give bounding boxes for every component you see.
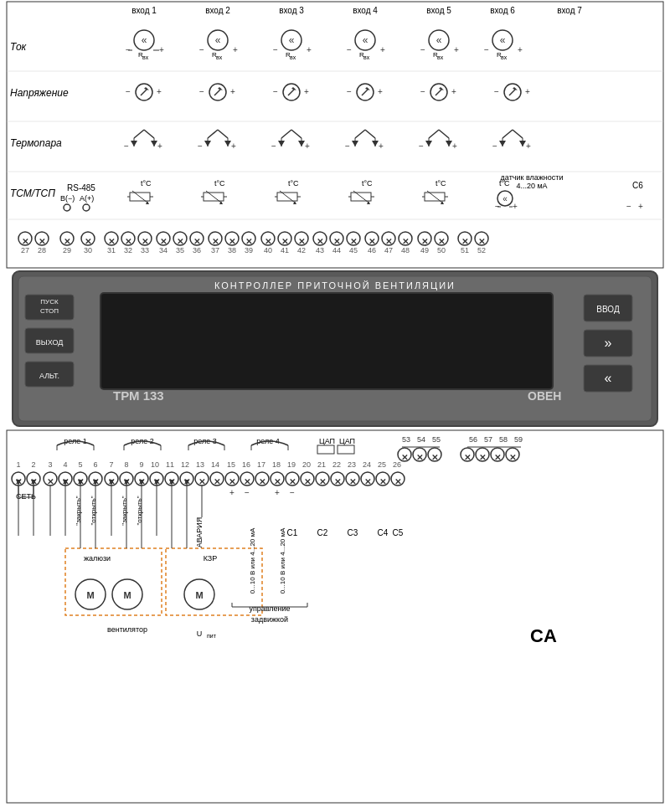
svg-rect-217 xyxy=(7,430,663,803)
svg-text:✕: ✕ xyxy=(183,477,190,486)
svg-marker-330 xyxy=(124,480,129,486)
svg-point-191 xyxy=(278,232,291,245)
svg-point-262 xyxy=(255,472,269,486)
svg-point-246 xyxy=(135,472,148,486)
svg-marker-329 xyxy=(109,480,114,486)
svg-text:М: М xyxy=(195,590,203,600)
svg-point-270 xyxy=(316,472,329,486)
svg-line-114 xyxy=(513,130,523,138)
svg-marker-102 xyxy=(372,141,379,146)
c6-label: C6 xyxy=(632,181,643,190)
svg-point-258 xyxy=(225,472,239,486)
svg-text:✕: ✕ xyxy=(464,453,471,462)
svg-text:М: М xyxy=(86,590,94,600)
relay2-arc xyxy=(124,441,161,445)
svg-text:✕: ✕ xyxy=(319,477,326,486)
svg-rect-227 xyxy=(338,445,354,454)
svg-text:✕: ✕ xyxy=(153,477,160,486)
svg-point-183 xyxy=(209,232,222,245)
svg-point-250 xyxy=(165,472,178,486)
svg-text:пит: пит xyxy=(207,633,217,639)
term-39: 39 xyxy=(245,246,253,254)
svg-text:✕: ✕ xyxy=(431,453,438,462)
svg-line-54 xyxy=(288,89,295,95)
svg-text:✕: ✕ xyxy=(478,237,485,246)
svg-point-256 xyxy=(210,472,224,486)
svg-text:−: − xyxy=(124,141,129,151)
term-37: 37 xyxy=(211,246,219,254)
kzr-motor xyxy=(184,579,214,609)
start-stop-label1: ПУСК xyxy=(40,298,59,306)
svg-text:✕: ✕ xyxy=(364,477,371,486)
close2-label: "закрыть" xyxy=(121,496,128,525)
svg-rect-146 xyxy=(425,193,445,201)
svg-marker-60 xyxy=(365,87,370,90)
svg-text:R: R xyxy=(497,51,502,59)
svg-point-171 xyxy=(105,232,118,245)
svg-text:+: + xyxy=(526,141,531,151)
svg-text:✕: ✕ xyxy=(138,477,145,486)
svg-text:+: + xyxy=(157,141,162,151)
svg-text:+: + xyxy=(525,87,530,96)
svg-text:✕: ✕ xyxy=(123,477,130,486)
svg-text:−: − xyxy=(494,87,499,96)
row-tok-label: Ток xyxy=(10,41,28,53)
start-stop-button xyxy=(25,295,74,320)
voltage-symbol-5: − + xyxy=(420,84,456,100)
svg-text:4...20 мА: 4...20 мА xyxy=(516,182,547,190)
tok-symbol-5: « R вх − + xyxy=(420,30,459,60)
term-33: 33 xyxy=(141,246,149,254)
svg-text:−: − xyxy=(492,141,497,151)
svg-text:вх: вх xyxy=(363,54,370,60)
svg-point-13 xyxy=(208,30,228,50)
c2-label: C2 xyxy=(317,528,328,537)
svg-text:вх: вх xyxy=(216,54,223,60)
avariya-label: АВАРИЯ xyxy=(195,517,204,548)
svg-point-205 xyxy=(399,232,412,245)
svg-line-149 xyxy=(427,191,442,203)
term-38: 38 xyxy=(228,246,236,254)
term-49: 49 xyxy=(420,246,429,254)
svg-text:✕: ✕ xyxy=(379,477,386,486)
svg-rect-226 xyxy=(317,445,334,454)
tsm-label-6: t°C « − + xyxy=(495,179,518,211)
term-50: 50 xyxy=(437,246,446,254)
svg-text:✕: ✕ xyxy=(244,477,250,486)
svg-rect-140 xyxy=(351,193,371,201)
svg-point-185 xyxy=(225,232,239,245)
svg-line-73 xyxy=(134,130,144,138)
svg-text:✕: ✕ xyxy=(334,477,341,486)
term54-label: 54 xyxy=(417,435,425,444)
term-34: 34 xyxy=(159,246,168,254)
svg-point-278 xyxy=(376,472,389,486)
control-010-1: 0...10 В или 4...20 мА xyxy=(249,527,256,594)
svg-marker-70 xyxy=(513,87,518,90)
svg-text:R: R xyxy=(286,51,291,59)
row-termopara-label: Термопара xyxy=(10,137,62,149)
tsm-label-2: t°C xyxy=(201,179,227,204)
svg-text:✕: ✕ xyxy=(22,237,28,246)
svg-text:✕: ✕ xyxy=(108,237,115,246)
svg-text:✕: ✕ xyxy=(317,237,323,246)
term-44: 44 xyxy=(332,246,341,254)
svg-text:✕: ✕ xyxy=(402,237,409,246)
svg-marker-325 xyxy=(31,480,36,486)
term-36: 36 xyxy=(193,246,201,254)
bterm-16: 16 xyxy=(242,460,250,469)
svg-point-276 xyxy=(361,472,374,486)
svg-text:−: − xyxy=(420,45,425,54)
svg-text:✕: ✕ xyxy=(494,453,501,462)
term-43: 43 xyxy=(316,246,324,254)
c5-label: C5 xyxy=(393,528,404,537)
bterm-9: 9 xyxy=(139,460,143,469)
svg-text:✕: ✕ xyxy=(108,477,115,486)
svg-point-252 xyxy=(180,472,193,486)
svg-marker-78 xyxy=(151,141,157,146)
term58-label: 58 xyxy=(499,435,508,444)
row-tsm-label: ТСМ/ТСП xyxy=(10,188,55,199)
bterm-10: 10 xyxy=(151,460,159,469)
voltage-symbol-1: − + xyxy=(126,84,162,100)
vhod3-label: вход 3 xyxy=(279,6,304,15)
bterm-15: 15 xyxy=(227,460,235,469)
ca-label: CA xyxy=(530,625,557,646)
